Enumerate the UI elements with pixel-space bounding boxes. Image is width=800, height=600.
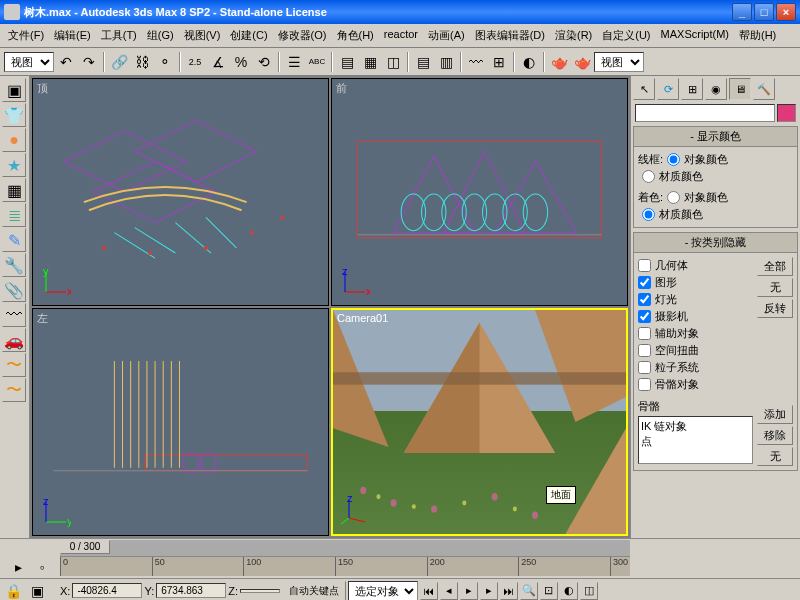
- shirt-icon[interactable]: 👕: [2, 103, 26, 127]
- viewport-left[interactable]: 左 yz: [32, 308, 329, 536]
- maximize-button[interactable]: □: [754, 3, 774, 21]
- layer-mgr-button[interactable]: ▥: [435, 51, 457, 73]
- add-button[interactable]: 添加: [757, 405, 793, 424]
- angle-snap-button[interactable]: ∡: [207, 51, 229, 73]
- hide-bone-check[interactable]: [638, 378, 651, 391]
- hide-shapes-check[interactable]: [638, 276, 651, 289]
- nav-zoom-icon[interactable]: 🔍: [520, 582, 538, 600]
- spinner-snap-button[interactable]: ⟲: [253, 51, 275, 73]
- redo-button[interactable]: ↷: [78, 51, 100, 73]
- time-slider[interactable]: 0 / 300: [60, 540, 630, 556]
- mirror-button[interactable]: ▤: [336, 51, 358, 73]
- sel-lock-icon[interactable]: ▣: [26, 580, 48, 601]
- snap-toggle[interactable]: 2.5: [184, 51, 206, 73]
- hide-space-check[interactable]: [638, 344, 651, 357]
- wf-object-radio[interactable]: [667, 153, 680, 166]
- object-color-swatch[interactable]: [777, 104, 796, 122]
- boxes-icon[interactable]: ▣: [2, 78, 26, 102]
- none2-button[interactable]: 无: [757, 447, 793, 466]
- menu-maxscript[interactable]: MAXScript(M): [657, 26, 733, 45]
- menu-animation[interactable]: 动画(A): [424, 26, 469, 45]
- menu-tools[interactable]: 工具(T): [97, 26, 141, 45]
- track-prev-icon[interactable]: ▸: [7, 556, 29, 578]
- menu-graph[interactable]: 图表编辑器(D): [471, 26, 549, 45]
- layers-button[interactable]: ▤: [412, 51, 434, 73]
- hide-lights-check[interactable]: [638, 293, 651, 306]
- time-slider-knob[interactable]: 0 / 300: [60, 540, 110, 554]
- clip-icon[interactable]: 📎: [2, 278, 26, 302]
- bind-button[interactable]: ⚬: [154, 51, 176, 73]
- menu-views[interactable]: 视图(V): [180, 26, 225, 45]
- curve-icon[interactable]: 〰: [2, 303, 26, 327]
- stack-icon[interactable]: ≣: [2, 203, 26, 227]
- motion-tab[interactable]: ◉: [705, 78, 727, 100]
- close-button[interactable]: ×: [776, 3, 796, 21]
- play-button[interactable]: ▸: [460, 582, 478, 600]
- link-button[interactable]: 🔗: [108, 51, 130, 73]
- rollout-header[interactable]: - 按类别隐藏: [634, 233, 797, 253]
- keymode-dropdown[interactable]: 选定对象: [348, 581, 418, 601]
- minimize-button[interactable]: _: [732, 3, 752, 21]
- hide-geometry-check[interactable]: [638, 259, 651, 272]
- goto-end-button[interactable]: ⏭: [500, 582, 518, 600]
- menu-file[interactable]: 文件(F): [4, 26, 48, 45]
- material-editor-button[interactable]: ◐: [518, 51, 540, 73]
- nav-zoomall-icon[interactable]: ⊡: [540, 582, 558, 600]
- lock-icon[interactable]: 🔒: [2, 580, 24, 601]
- menu-modifiers[interactable]: 修改器(O): [274, 26, 331, 45]
- nav-region-icon[interactable]: ◫: [580, 582, 598, 600]
- menu-group[interactable]: 组(G): [143, 26, 178, 45]
- percent-snap-button[interactable]: %: [230, 51, 252, 73]
- next-frame-button[interactable]: ▸: [480, 582, 498, 600]
- y-coord-field[interactable]: 6734.863: [156, 583, 226, 598]
- hide-cameras-check[interactable]: [638, 310, 651, 323]
- quick-render-button[interactable]: 🫖: [571, 51, 593, 73]
- wave2-icon[interactable]: 〜: [2, 378, 26, 402]
- sh-object-radio[interactable]: [667, 191, 680, 204]
- ball-icon[interactable]: ●: [2, 128, 26, 152]
- bone-list[interactable]: IK 链对象 点: [638, 416, 753, 464]
- hide-helpers-check[interactable]: [638, 327, 651, 340]
- none-button[interactable]: 无: [757, 278, 793, 297]
- schematic-button[interactable]: ⊞: [488, 51, 510, 73]
- menu-reactor[interactable]: reactor: [380, 26, 422, 45]
- viewport-top[interactable]: 顶 xy: [32, 78, 329, 306]
- display-tab[interactable]: 🖥: [729, 78, 751, 100]
- named-sel-button[interactable]: ☰: [283, 51, 305, 73]
- menu-create[interactable]: 创建(C): [226, 26, 271, 45]
- menu-edit[interactable]: 编辑(E): [50, 26, 95, 45]
- remove-button[interactable]: 移除: [757, 426, 793, 445]
- all-button[interactable]: 全部: [757, 257, 793, 276]
- goto-start-button[interactable]: ⏮: [420, 582, 438, 600]
- ref-coord-dropdown[interactable]: 视图: [4, 52, 54, 72]
- rollout-header[interactable]: - 显示颜色: [634, 127, 797, 147]
- unlink-button[interactable]: ⛓: [131, 51, 153, 73]
- array-button[interactable]: ▦: [359, 51, 381, 73]
- timeline-ruler[interactable]: 0 50 100 150 200 250 300: [60, 556, 630, 576]
- hierarchy-tab[interactable]: ⊞: [681, 78, 703, 100]
- render-scene-button[interactable]: 🫖: [548, 51, 570, 73]
- sh-material-radio[interactable]: [642, 208, 655, 221]
- menu-help[interactable]: 帮助(H): [735, 26, 780, 45]
- utilities-tab[interactable]: 🔨: [753, 78, 775, 100]
- render-dropdown[interactable]: 视图: [594, 52, 644, 72]
- invert-button[interactable]: 反转: [757, 299, 793, 318]
- grid-icon[interactable]: ▦: [2, 178, 26, 202]
- prev-frame-button[interactable]: ◂: [440, 582, 458, 600]
- wave-icon[interactable]: 〜: [2, 353, 26, 377]
- undo-button[interactable]: ↶: [55, 51, 77, 73]
- nav-fov-icon[interactable]: ◐: [560, 582, 578, 600]
- car-icon[interactable]: 🚗: [2, 328, 26, 352]
- modify-tab[interactable]: ⟳: [657, 78, 679, 100]
- wf-material-radio[interactable]: [642, 170, 655, 183]
- z-coord-field[interactable]: [240, 589, 280, 593]
- create-tab[interactable]: ↖: [633, 78, 655, 100]
- hide-particle-check[interactable]: [638, 361, 651, 374]
- menu-render[interactable]: 渲染(R): [551, 26, 596, 45]
- wrench-icon[interactable]: 🔧: [2, 253, 26, 277]
- x-coord-field[interactable]: -40826.4: [72, 583, 142, 598]
- curve-editor-button[interactable]: 〰: [465, 51, 487, 73]
- autokey-button[interactable]: 自动关键点: [282, 581, 346, 601]
- align-button[interactable]: ◫: [382, 51, 404, 73]
- star-icon[interactable]: ★: [2, 153, 26, 177]
